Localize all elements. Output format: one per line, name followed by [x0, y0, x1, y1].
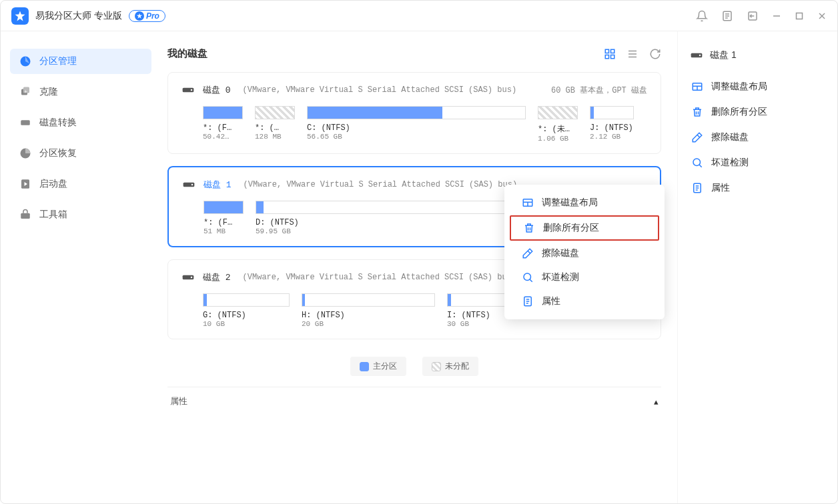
disk-icon — [181, 83, 195, 97]
svg-text:+: + — [25, 89, 28, 95]
partition-label: J: (NTFS) — [590, 123, 634, 133]
disk-meta: (VMware, VMware Virtual S Serial Attache… — [243, 85, 516, 95]
svg-rect-11 — [21, 120, 30, 125]
partition[interactable]: *: (F…51 MB — [203, 201, 244, 235]
maximize-button[interactable] — [795, 11, 804, 21]
context-menu: 调整磁盘布局删除所有分区擦除磁盘坏道检测属性 — [504, 185, 665, 319]
cm-item-2[interactable]: 擦除磁盘 — [510, 242, 659, 265]
bell-icon[interactable] — [696, 10, 708, 22]
rp-item-3[interactable]: 坏道检测 — [690, 150, 825, 175]
svg-rect-19 — [611, 55, 614, 58]
partition-label: G: (NTFS) — [203, 311, 290, 320]
cm-item-label: 坏道检测 — [542, 271, 579, 283]
svg-point-28 — [191, 277, 193, 279]
rp-item-label: 调整磁盘布局 — [711, 81, 767, 93]
svg-marker-0 — [15, 11, 25, 21]
partition[interactable]: *: (F…50.42… — [203, 106, 243, 143]
nav-convert[interactable]: 磁盘转换 — [10, 110, 151, 135]
rp-item-0[interactable]: 调整磁盘布局 — [690, 74, 825, 99]
nav-clone[interactable]: + 克隆 — [10, 79, 151, 105]
partition[interactable]: G: (NTFS)10 GB — [203, 293, 290, 328]
page-title: 我的磁盘 — [167, 47, 207, 60]
list-view-icon[interactable] — [626, 48, 639, 60]
legend: 主分区 未分配 — [167, 351, 661, 387]
partition[interactable]: H: (NTFS)20 GB — [302, 293, 435, 328]
right-panel: 磁盘 1 调整磁盘布局删除所有分区擦除磁盘坏道检测属性 — [677, 31, 837, 503]
partition-label: *: (… — [255, 123, 295, 133]
partition-size: 56.65 GB — [307, 133, 526, 141]
partition-size: 1.06 GB — [538, 135, 578, 143]
nav-toolbox[interactable]: 工具箱 — [10, 202, 151, 227]
cm-item-1[interactable]: 删除所有分区 — [510, 215, 659, 241]
grid-view-icon[interactable] — [604, 48, 616, 60]
svg-point-37 — [693, 159, 701, 166]
partition-size: 2.12 GB — [590, 133, 634, 141]
nav-label: 分区恢复 — [39, 147, 77, 159]
disk-meta: (VMware, VMware Virtual S Serial Attache… — [244, 180, 517, 189]
properties-bar[interactable]: 属性 ▴ — [167, 387, 661, 415]
cm-item-4[interactable]: 属性 — [510, 290, 659, 313]
disk-name: 磁盘 1 — [203, 179, 232, 191]
disk-info: 60 GB 基本盘，GPT 磁盘 — [551, 85, 647, 96]
rp-item-4[interactable]: 属性 — [690, 175, 825, 201]
svg-line-36 — [697, 135, 700, 137]
partition[interactable]: C: (NTFS)56.65 GB — [307, 106, 526, 143]
partition[interactable]: J: (NTFS)2.12 GB — [590, 106, 634, 143]
partition-label: C: (NTFS) — [307, 123, 526, 133]
refresh-icon[interactable] — [649, 48, 661, 60]
app-title: 易我分区大师 专业版 — [35, 10, 122, 22]
partition-size: 51 MB — [203, 227, 244, 235]
svg-rect-15 — [21, 213, 30, 219]
nav-label: 工具箱 — [39, 209, 67, 221]
partition-size: 30 GB — [447, 320, 620, 328]
partition-label: *: (F… — [203, 123, 243, 133]
disk-icon — [182, 178, 195, 191]
svg-point-26 — [191, 184, 193, 186]
titlebar: 易我分区大师 专业版 ★Pro — [1, 1, 837, 31]
nav-label: 磁盘转换 — [39, 117, 77, 129]
legend-primary: 主分区 — [350, 357, 406, 376]
partition-size: 128 MB — [255, 133, 295, 141]
legend-unalloc: 未分配 — [422, 357, 478, 376]
partition-label: *: (F… — [203, 218, 244, 227]
svg-line-38 — [699, 165, 702, 167]
svg-rect-18 — [605, 55, 608, 58]
caret-up-icon: ▴ — [654, 397, 659, 407]
props-label: 属性 — [170, 395, 187, 407]
svg-point-49 — [524, 273, 531, 281]
rp-item-label: 坏道检测 — [711, 157, 749, 169]
svg-rect-16 — [605, 49, 608, 53]
nav-label: 启动盘 — [39, 178, 67, 190]
cm-item-0[interactable]: 调整磁盘布局 — [510, 191, 659, 214]
right-panel-title: 磁盘 1 — [690, 49, 825, 62]
close-button[interactable] — [817, 11, 827, 21]
nav-label: 分区管理 — [39, 55, 77, 67]
svg-point-24 — [191, 89, 193, 91]
partition[interactable]: *: (未…1.06 GB — [538, 106, 578, 143]
partition-size: 10 GB — [203, 320, 290, 328]
cm-item-3[interactable]: 坏道检测 — [510, 266, 659, 289]
rp-item-label: 属性 — [711, 182, 730, 194]
nav-bootdisk[interactable]: 启动盘 — [10, 171, 151, 197]
rp-item-label: 擦除磁盘 — [711, 131, 749, 143]
cm-item-label: 擦除磁盘 — [542, 247, 579, 259]
cm-item-label: 调整磁盘布局 — [542, 197, 598, 209]
undo-icon[interactable] — [747, 10, 759, 22]
note-icon[interactable] — [721, 10, 733, 22]
nav-partition-manage[interactable]: 分区管理 — [10, 49, 151, 74]
nav-recover[interactable]: 分区恢复 — [10, 141, 151, 166]
disk-card-0[interactable]: 磁盘 0(VMware, VMware Virtual S Serial Att… — [167, 72, 661, 154]
svg-line-50 — [530, 279, 532, 282]
partition[interactable]: *: (…128 MB — [255, 106, 295, 143]
rp-item-label: 删除所有分区 — [711, 106, 767, 118]
disk-name: 磁盘 0 — [203, 84, 231, 96]
svg-rect-4 — [797, 13, 803, 19]
nav-label: 克隆 — [39, 86, 58, 98]
pro-text: Pro — [146, 11, 159, 21]
minimize-button[interactable] — [772, 11, 781, 21]
disk-meta: (VMware, VMware Virtual S Serial Attache… — [243, 273, 516, 282]
rp-item-2[interactable]: 擦除磁盘 — [690, 125, 825, 150]
rp-item-1[interactable]: 删除所有分区 — [690, 99, 825, 125]
partition-label: *: (未… — [538, 123, 578, 135]
partition-label: H: (NTFS) — [302, 311, 435, 320]
